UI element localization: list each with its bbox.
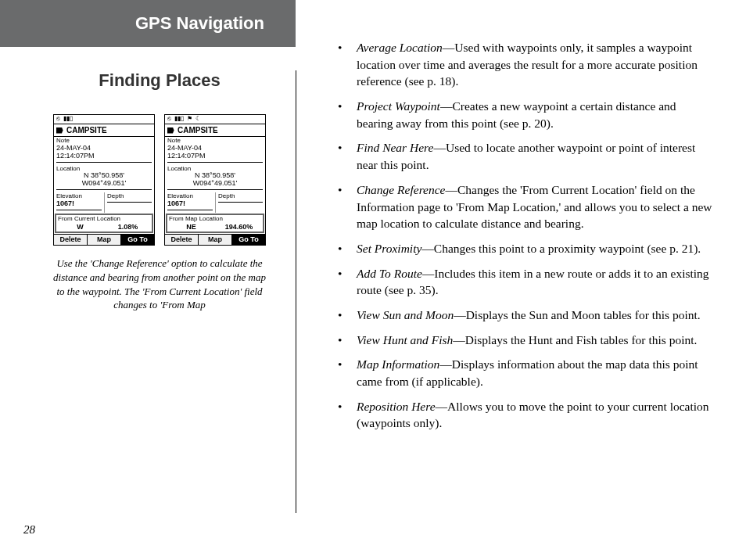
list-item: •Set Proximity—Changes this point to a p… bbox=[333, 240, 713, 257]
from-box: From Current Location W 1.08% bbox=[55, 214, 153, 233]
list-item-text: Find Near Here—Used to locate another wa… bbox=[357, 139, 713, 173]
button-row: Delete Map Go To bbox=[165, 234, 265, 246]
list-item: •View Sun and Moon—Displays the Sun and … bbox=[333, 307, 713, 324]
waypoint-name: CAMPSITE bbox=[66, 126, 107, 135]
waypoint-name-row: CAMPSITE bbox=[54, 124, 154, 137]
elev-value: 1067! bbox=[167, 200, 213, 208]
status-bar: ⎋ ▮▮▯ bbox=[54, 115, 154, 124]
location-section: Location N 38°50.958' W094°49.051' bbox=[54, 165, 154, 193]
bullet-icon: • bbox=[333, 139, 357, 173]
list-item-term: View Sun and Moon bbox=[357, 308, 454, 321]
device-screens: ⎋ ▮▮▯ CAMPSITE Note 24-MAY-04 12:14:07PM bbox=[47, 114, 272, 246]
lon-value: W094°49.051' bbox=[56, 180, 152, 188]
depth-label: Depth bbox=[218, 193, 263, 200]
list-item-desc: —Displays the Sun and Moon tables for th… bbox=[454, 308, 701, 321]
bullet-icon: • bbox=[333, 98, 357, 131]
bullet-icon: • bbox=[333, 181, 357, 232]
bullet-icon: • bbox=[333, 332, 357, 349]
page: GPS Navigation Finding Places ⎋ ▮▮▯ CAMP… bbox=[0, 0, 746, 560]
list-item-term: Map Information bbox=[357, 357, 439, 371]
elev-value: 1067! bbox=[56, 200, 102, 208]
note-time: 12:14:07PM bbox=[167, 153, 263, 160]
list-item-term: Reposition Here bbox=[357, 400, 436, 413]
list-item-text: Reposition Here—Allows you to move the p… bbox=[357, 398, 713, 432]
list-item-term: Average Location bbox=[357, 41, 443, 54]
left-column: GPS Navigation Finding Places ⎋ ▮▮▯ CAMP… bbox=[0, 0, 296, 560]
list-item: •Add To Route—Includes this item in a ne… bbox=[333, 265, 713, 299]
satellite-icon: ⎋ bbox=[56, 116, 60, 123]
list-item-text: Change Reference—Changes the 'From Curre… bbox=[357, 181, 713, 232]
flag-icon bbox=[167, 127, 175, 134]
list-item: •Reposition Here—Allows you to move the … bbox=[333, 398, 713, 432]
header-bar: GPS Navigation bbox=[0, 0, 296, 47]
list-item: •Find Near Here—Used to locate another w… bbox=[333, 139, 713, 173]
list-item-term: Find Near Here bbox=[357, 141, 433, 154]
right-column: •Average Location—Used with waypoints on… bbox=[296, 0, 746, 560]
bearing-value: W bbox=[56, 224, 104, 232]
status-bar: ⎋ ▮▮▯ ⚑ ☾ bbox=[165, 115, 265, 124]
list-item-text: Average Location—Used with waypoints onl… bbox=[357, 39, 713, 90]
list-item-term: Project Waypoint bbox=[357, 99, 440, 113]
note-section: Note 24-MAY-04 12:14:07PM bbox=[165, 137, 265, 165]
header-title: GPS Navigation bbox=[135, 13, 264, 34]
note-section: Note 24-MAY-04 12:14:07PM bbox=[54, 137, 154, 165]
list-item: •Change Reference—Changes the 'From Curr… bbox=[333, 181, 713, 232]
list-item: •Average Location—Used with waypoints on… bbox=[333, 39, 713, 90]
signal-icon: ▮▮▯ bbox=[63, 116, 73, 123]
device-screen-right: ⎋ ▮▮▯ ⚑ ☾ CAMPSITE Note 24-MAY-04 12:14:… bbox=[164, 114, 266, 246]
list-item-term: Set Proximity bbox=[357, 242, 421, 255]
distance-value: 1.08% bbox=[104, 224, 152, 232]
column-divider bbox=[296, 70, 296, 513]
list-item-term: Add To Route bbox=[357, 267, 422, 280]
subheading: Finding Places bbox=[47, 70, 272, 91]
delete-button[interactable]: Delete bbox=[54, 235, 88, 246]
list-item: •Project Waypoint—Creates a new waypoint… bbox=[333, 98, 713, 131]
device-screen-left: ⎋ ▮▮▯ CAMPSITE Note 24-MAY-04 12:14:07PM bbox=[53, 114, 155, 246]
list-item-desc: —Changes this point to a proximity waypo… bbox=[421, 242, 701, 255]
bullet-icon: • bbox=[333, 39, 357, 90]
signal-icon: ▮▮▯ bbox=[174, 116, 184, 123]
distance-value: 194.60% bbox=[215, 224, 263, 232]
list-item-desc: —Displays the Hunt and Fish tables for t… bbox=[453, 333, 697, 346]
left-content: Finding Places ⎋ ▮▮▯ CAMPSITE Note 24-MA… bbox=[0, 47, 296, 312]
waypoint-name: CAMPSITE bbox=[178, 126, 218, 135]
flag-icon bbox=[56, 127, 64, 134]
list-item-term: Change Reference bbox=[357, 183, 445, 196]
button-row: Delete Map Go To bbox=[54, 234, 154, 246]
figure-caption: Use the 'Change Reference' option to cal… bbox=[47, 257, 272, 311]
list-item-text: Project Waypoint—Creates a new waypoint … bbox=[357, 98, 713, 131]
list-item-text: Set Proximity—Changes this point to a pr… bbox=[357, 240, 701, 257]
list-item-text: Add To Route—Includes this item in a new… bbox=[357, 265, 713, 299]
list-item: •View Hunt and Fish—Displays the Hunt an… bbox=[333, 332, 713, 349]
lon-value: W094°49.051' bbox=[167, 180, 263, 188]
bullet-icon: • bbox=[333, 307, 357, 324]
from-box: From Map Location NE 194.60% bbox=[166, 214, 264, 233]
map-button[interactable]: Map bbox=[88, 235, 121, 246]
delete-button[interactable]: Delete bbox=[165, 235, 199, 246]
list-item-text: View Sun and Moon—Displays the Sun and M… bbox=[357, 307, 701, 324]
map-button[interactable]: Map bbox=[199, 235, 232, 246]
bullet-icon: • bbox=[333, 356, 357, 389]
options-list: •Average Location—Used with waypoints on… bbox=[333, 39, 713, 432]
goto-button[interactable]: Go To bbox=[121, 235, 154, 246]
list-item-text: Map Information—Displays information abo… bbox=[357, 356, 713, 389]
elev-depth-row: Elevation1067! Depth bbox=[54, 192, 154, 213]
page-number: 28 bbox=[23, 523, 35, 537]
satellite-icon: ⎋ bbox=[167, 116, 171, 123]
bullet-icon: • bbox=[333, 240, 357, 257]
location-section: Location N 38°50.958' W094°49.051' bbox=[165, 165, 265, 193]
bearing-value: NE bbox=[167, 224, 215, 232]
moon-icon: ☾ bbox=[195, 116, 201, 123]
elev-depth-row: Elevation1067! Depth bbox=[165, 192, 265, 213]
note-time: 12:14:07PM bbox=[56, 153, 152, 160]
list-item-term: View Hunt and Fish bbox=[357, 333, 453, 346]
waypoint-name-row: CAMPSITE bbox=[165, 124, 265, 137]
depth-label: Depth bbox=[107, 193, 152, 200]
bullet-icon: • bbox=[333, 398, 357, 432]
goto-button[interactable]: Go To bbox=[232, 235, 265, 246]
list-item: •Map Information—Displays information ab… bbox=[333, 356, 713, 389]
list-item-text: View Hunt and Fish—Displays the Hunt and… bbox=[357, 332, 697, 349]
bullet-icon: • bbox=[333, 265, 357, 299]
flag-small-icon: ⚑ bbox=[187, 116, 192, 123]
